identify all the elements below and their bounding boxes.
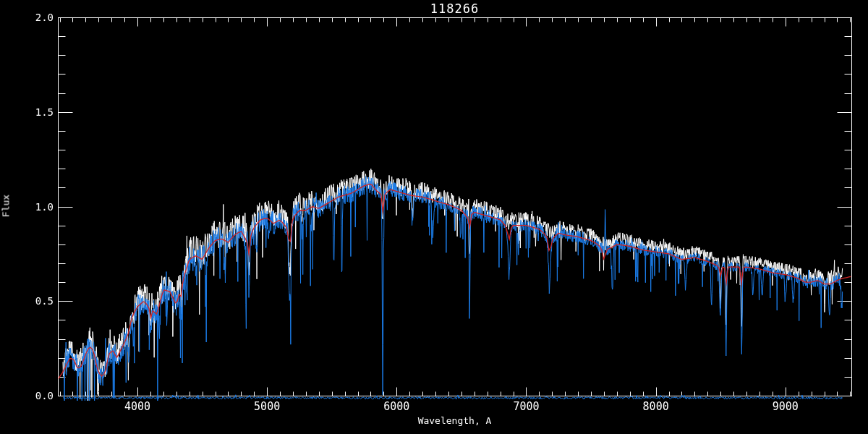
y-tick-label: 2.0 <box>22 12 54 23</box>
x-tick-label: 5000 <box>244 400 290 413</box>
x-tick-label: 8000 <box>633 400 679 413</box>
x-tick-label: 9000 <box>762 400 809 413</box>
x-axis-label: Wavelength, A <box>58 415 851 426</box>
x-tick-label: 4000 <box>114 400 161 413</box>
spectrum-plot-canvas <box>0 0 868 434</box>
y-axis-label: Flux <box>1 181 12 231</box>
y-tick-label: 1.5 <box>22 106 54 118</box>
x-tick-label: 7000 <box>503 400 549 413</box>
chart-title: 118266 <box>58 1 851 16</box>
y-tick-label: 0.0 <box>22 390 54 401</box>
x-tick-label: 6000 <box>373 400 420 413</box>
y-tick-label: 0.5 <box>22 295 54 307</box>
spectrum-chart: 118266 Wavelength, A Flux 40005000600070… <box>0 0 868 434</box>
y-tick-label: 1.0 <box>22 201 54 213</box>
